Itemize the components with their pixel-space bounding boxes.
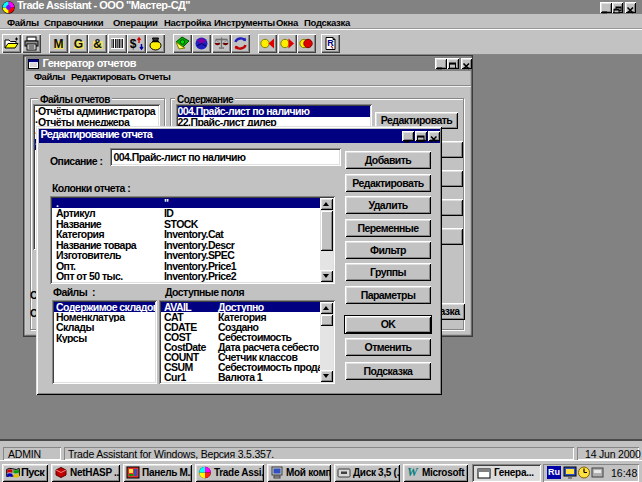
- svg-text:M: M: [54, 37, 64, 51]
- svg-text:&: &: [93, 37, 102, 51]
- svg-text:$: $: [130, 37, 137, 51]
- svg-text:G: G: [73, 37, 82, 51]
